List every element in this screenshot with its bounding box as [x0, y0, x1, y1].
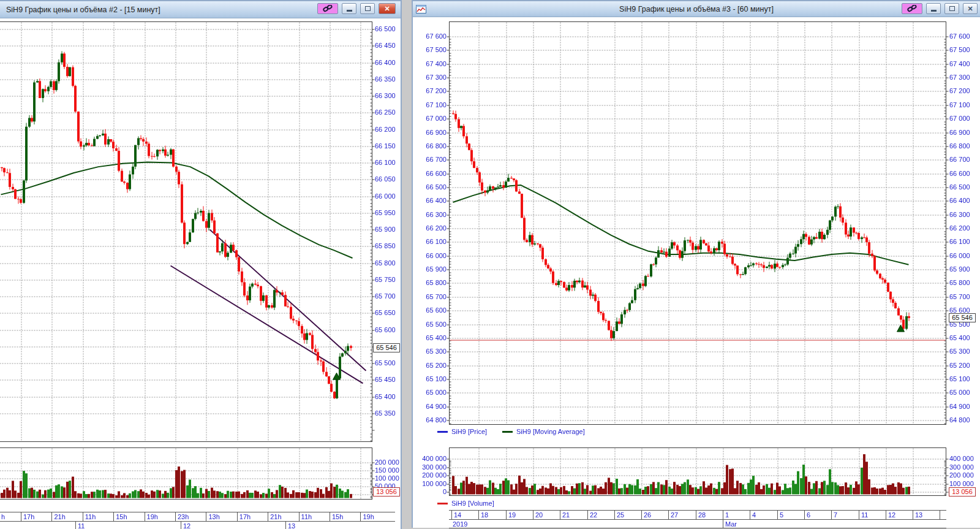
price-axis-label: 66 350	[375, 75, 396, 83]
date-label: 5	[780, 511, 783, 519]
hour-cell-tick	[113, 512, 114, 522]
date-cell-tick	[750, 511, 750, 520]
price-axis-label: 65 000	[418, 389, 447, 397]
price-axis-label: 67 200	[418, 87, 447, 95]
date-label: 28	[698, 511, 706, 519]
price-axis-label: 66 100	[418, 238, 447, 246]
date-cell-tick	[859, 511, 859, 520]
hour-label: 21h	[54, 513, 65, 521]
hour-label: 19h	[363, 513, 374, 521]
hour-label: 17h	[23, 513, 34, 521]
price-axis-label: 67 600	[418, 32, 447, 40]
hour-cell-tick	[206, 512, 206, 522]
price-volume-chart-canvas-15min[interactable]	[0, 1, 401, 529]
date-label: 7	[834, 511, 837, 519]
date-cell-tick	[831, 511, 832, 520]
price-axis-label: 67 300	[418, 74, 447, 82]
date-cell-tick	[285, 522, 286, 529]
date-cell-tick	[696, 511, 696, 520]
price-axis-label: 65 900	[418, 265, 447, 273]
price-axis-label: 66 300	[949, 211, 970, 219]
price-axis-label: 65 400	[949, 334, 970, 342]
date-label: 12	[888, 511, 895, 519]
volume-axis-label: 200 000	[375, 459, 399, 466]
date-cell-tick	[723, 511, 723, 520]
year-axis-row[interactable]	[449, 520, 946, 528]
hour-cell-tick	[268, 512, 268, 522]
price-axis-label: 66 700	[949, 156, 970, 164]
hour-label: 15h	[116, 513, 127, 521]
price-axis-label: 65 000	[949, 389, 970, 397]
price-axis-label: 65 850	[375, 242, 396, 250]
desktop: SiH9 График цены и объёма #2 - [15 минут…	[0, 0, 980, 529]
price-axis-label: 66 050	[375, 175, 396, 183]
hour-label: 23h	[178, 513, 189, 521]
date-cell-tick	[614, 511, 615, 520]
price-axis-label: 64 800	[418, 416, 447, 424]
price-axis-label: 65 700	[375, 292, 396, 300]
price-axis-label: 64 900	[949, 403, 970, 411]
price-axis-label: 65 600	[375, 326, 396, 334]
price-axis-label: 67 300	[949, 74, 970, 82]
hour-label: 21h	[270, 513, 281, 521]
date-cell-tick	[478, 511, 479, 520]
volume-series-dash	[437, 503, 448, 504]
price-axis-label: 66 500	[949, 183, 970, 191]
price-axis-label: 66 400	[949, 197, 970, 205]
price-axis-label: 66 450	[375, 42, 396, 50]
date-label: 19	[508, 511, 516, 519]
price-axis-label: 67 100	[418, 101, 447, 109]
price-axis-label: 65 450	[375, 376, 396, 384]
price-axis-label: 65 800	[375, 259, 396, 267]
volume-axis-label: 0	[418, 488, 447, 496]
price-axis-label: 65 200	[418, 362, 447, 370]
hour-label: 17h	[239, 513, 251, 521]
date-axis-row[interactable]	[449, 510, 946, 520]
volume-axis-label: 300 000	[418, 463, 447, 471]
price-axis-label: 65 500	[418, 321, 447, 329]
price-axis-label: 66 000	[418, 252, 447, 260]
price-axis-label: 66 400	[418, 197, 447, 205]
hour-label: h	[1, 513, 5, 521]
price-axis-label: 65 950	[375, 209, 396, 217]
hour-label: 19h	[147, 513, 158, 521]
price-axis-label: 67 500	[949, 46, 970, 54]
price-axis-label: 67 100	[949, 101, 970, 109]
price-axis-label: 65 700	[949, 293, 970, 301]
date-cell-tick	[506, 511, 507, 520]
hour-cell-tick	[299, 512, 300, 522]
price-axis-label: 66 100	[949, 238, 970, 246]
price-axis-label: 66 000	[949, 252, 970, 260]
price-axis-label: 65 750	[375, 276, 396, 284]
price-volume-chart-canvas-60min[interactable]	[413, 1, 980, 529]
price-axis-label: 66 900	[949, 129, 970, 137]
hour-label: 15h	[332, 513, 343, 521]
last-price-tag: 65 546	[949, 313, 976, 322]
volume-axis-label: 400 000	[418, 455, 447, 463]
price-axis-label: 66 500	[418, 183, 447, 191]
price-axis-label: 66 500	[375, 25, 396, 33]
volume-axis-label: 400 000	[949, 455, 974, 463]
price-axis-label: 66 800	[949, 142, 970, 150]
date-axis-row[interactable]	[0, 522, 395, 529]
price-axis-label: 65 100	[949, 375, 970, 383]
price-axis-label: 66 150	[375, 142, 396, 150]
volume-axis-label: 200 000	[418, 471, 447, 479]
window-chart-60min: SiH9 График цены и объёма #3 - [60 минут…	[412, 0, 980, 528]
price-axis-label: 65 350	[375, 409, 396, 417]
hour-cell-tick	[237, 512, 238, 522]
date-cell-tick	[913, 511, 913, 520]
price-axis-label: 66 250	[375, 108, 396, 116]
price-axis-label: 65 400	[375, 393, 396, 401]
price-axis-label: 66 200	[418, 224, 447, 232]
price-axis-label: 65 650	[375, 309, 396, 317]
window-chart-15min: SiH9 График цены и объёма #2 - [15 минут…	[0, 0, 402, 529]
price-axis-label: 65 400	[418, 334, 447, 342]
date-label: 1	[725, 511, 729, 519]
date-cell-tick	[451, 511, 452, 520]
date-label: 21	[562, 511, 570, 519]
volume-axis-label: 100 000	[418, 480, 447, 488]
price-axis-label: 66 000	[375, 192, 396, 200]
date-cell-tick	[886, 511, 886, 520]
date-cell-tick	[560, 511, 560, 520]
